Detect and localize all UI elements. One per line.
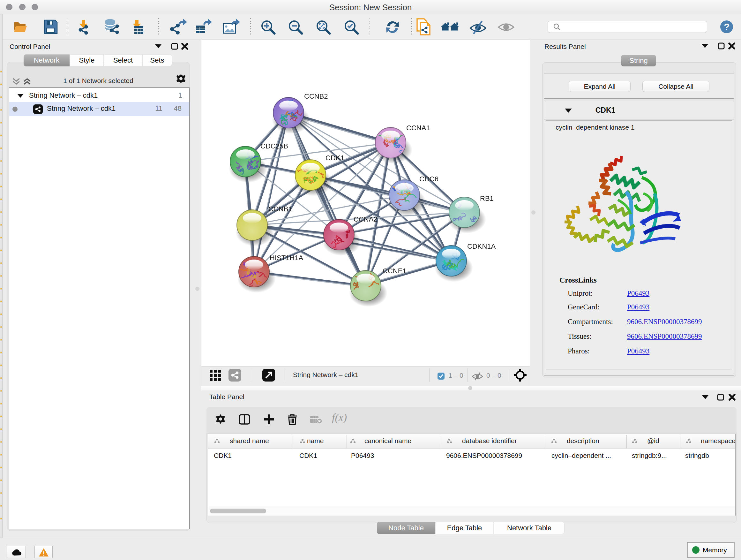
svg-text:HIST1H1A: HIST1H1A: [270, 254, 303, 262]
svg-text:CCNA1: CCNA1: [406, 124, 430, 132]
svg-text:CCNB2: CCNB2: [304, 92, 328, 100]
svg-text:CDKN1A: CDKN1A: [467, 242, 496, 250]
svg-text:RB1: RB1: [480, 194, 494, 202]
svg-text:CDK1: CDK1: [326, 154, 344, 162]
svg-text:CCNE1: CCNE1: [383, 267, 407, 275]
svg-text:CCNB1: CCNB1: [268, 205, 292, 213]
svg-text:CDC6: CDC6: [419, 175, 439, 183]
svg-text:CCNA2: CCNA2: [354, 215, 378, 223]
svg-text:CDC25B: CDC25B: [260, 142, 288, 150]
